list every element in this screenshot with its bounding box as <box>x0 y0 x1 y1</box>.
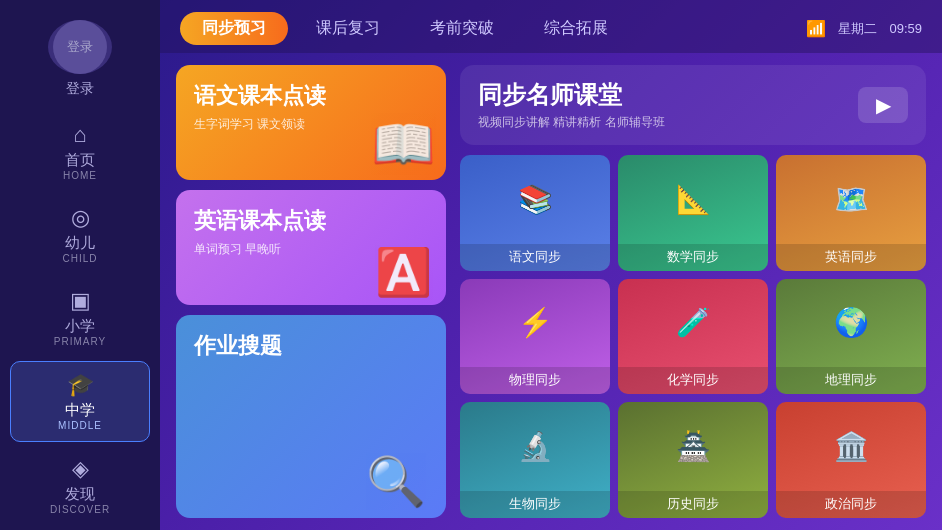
sidebar-item-middle[interactable]: 🎓 中学 MIDDLE <box>10 361 150 442</box>
sidebar-item-discover[interactable]: ◈ 发现 DISCOVER <box>10 446 150 525</box>
subject-item-5[interactable]: 🌍 地理同步 <box>776 279 926 395</box>
subject-thumb-3: ⚡ <box>460 279 610 368</box>
english-icon: 🅰️ <box>375 245 432 299</box>
tab-3[interactable]: 综合拓展 <box>522 12 630 45</box>
weekday: 星期二 <box>838 20 877 38</box>
sidebar-sub-3: MIDDLE <box>58 420 102 431</box>
child-icon: ◎ <box>71 205 90 231</box>
video-icon[interactable]: ▶ <box>858 87 908 123</box>
subject-thumb-6: 🔬 <box>460 402 610 491</box>
sidebar-sub-0: HOME <box>63 170 97 181</box>
subject-label-5: 地理同步 <box>776 367 926 394</box>
subject-label-8: 政治同步 <box>776 491 926 518</box>
subject-item-8[interactable]: 🏛️ 政治同步 <box>776 402 926 518</box>
panel-subtitle: 视频同步讲解 精讲精析 名师辅导班 <box>478 114 665 131</box>
panel-title: 同步名师课堂 <box>478 79 665 111</box>
main-content: 同步预习课后复习考前突破综合拓展 📶 星期二 09:59 语文课本点读 生字词学… <box>160 0 942 530</box>
subject-thumb-2: 🗺️ <box>776 155 926 244</box>
sidebar-item-child[interactable]: ◎ 幼儿 CHILD <box>10 195 150 274</box>
topbar-right: 📶 星期二 09:59 <box>806 19 922 38</box>
subject-item-1[interactable]: 📐 数学同步 <box>618 155 768 271</box>
english-title: 英语课本点读 <box>194 206 428 236</box>
subject-label-4: 化学同步 <box>618 367 768 394</box>
sidebar-item-primary[interactable]: ▣ 小学 PRIMARY <box>10 278 150 357</box>
subject-thumb-8: 🏛️ <box>776 402 926 491</box>
sidebar-label-0: 首页 <box>65 151 95 170</box>
subject-thumb-0: 📚 <box>460 155 610 244</box>
subject-item-0[interactable]: 📚 语文同步 <box>460 155 610 271</box>
avatar-label: 登录 <box>67 38 93 56</box>
topbar-tabs: 同步预习课后复习考前突破综合拓展 <box>180 12 630 45</box>
sidebar-sub-4: DISCOVER <box>50 504 110 515</box>
sidebar-item-home[interactable]: ⌂ 首页 HOME <box>10 112 150 191</box>
right-panel: 同步名师课堂 视频同步讲解 精讲精析 名师辅导班 ▶ 📚 语文同步 📐 数学同步… <box>460 65 926 518</box>
subject-item-2[interactable]: 🗺️ 英语同步 <box>776 155 926 271</box>
subject-item-6[interactable]: 🔬 生物同步 <box>460 402 610 518</box>
card-homework[interactable]: 作业搜题 🔍 <box>176 315 446 518</box>
tab-2[interactable]: 考前突破 <box>408 12 516 45</box>
clock: 09:59 <box>889 21 922 36</box>
homework-icon: 🔍 <box>366 454 426 510</box>
content-area: 语文课本点读 生字词学习 课文领读 📖 英语课本点读 单词预习 早晚听 🅰️ 作… <box>160 53 942 530</box>
sidebar-label-1: 幼儿 <box>65 234 95 253</box>
tab-0[interactable]: 同步预习 <box>180 12 288 45</box>
subject-thumb-5: 🌍 <box>776 279 926 368</box>
avatar[interactable]: 登录 <box>48 20 112 74</box>
subject-thumb-4: 🧪 <box>618 279 768 368</box>
subject-label-3: 物理同步 <box>460 367 610 394</box>
sidebar-sub-2: PRIMARY <box>54 336 106 347</box>
sidebar-label-2: 小学 <box>65 317 95 336</box>
home-icon: ⌂ <box>73 122 86 148</box>
yuwen-title: 语文课本点读 <box>194 81 428 111</box>
subject-grid: 📚 语文同步 📐 数学同步 🗺️ 英语同步 ⚡ 物理同步 🧪 化学同步 🌍 地理… <box>460 155 926 518</box>
subject-label-1: 数学同步 <box>618 244 768 271</box>
sidebar-nav: ⌂ 首页 HOME ◎ 幼儿 CHILD ▣ 小学 PRIMARY 🎓 中学 M… <box>0 112 160 530</box>
topbar: 同步预习课后复习考前突破综合拓展 📶 星期二 09:59 <box>160 0 942 53</box>
discover-icon: ◈ <box>72 456 89 482</box>
left-cards: 语文课本点读 生字词学习 课文领读 📖 英语课本点读 单词预习 早晚听 🅰️ 作… <box>176 65 446 518</box>
middle-icon: 🎓 <box>67 372 94 398</box>
tab-1[interactable]: 课后复习 <box>294 12 402 45</box>
primary-icon: ▣ <box>70 288 91 314</box>
subject-label-0: 语文同步 <box>460 244 610 271</box>
yuwen-icon: 📖 <box>371 114 436 175</box>
subject-item-7[interactable]: 🏯 历史同步 <box>618 402 768 518</box>
sidebar: 登录 登录 ⌂ 首页 HOME ◎ 幼儿 CHILD ▣ 小学 PRIMARY … <box>0 0 160 530</box>
sidebar-sub-1: CHILD <box>62 253 97 264</box>
right-header: 同步名师课堂 视频同步讲解 精讲精析 名师辅导班 ▶ <box>460 65 926 145</box>
sidebar-label-3: 中学 <box>65 401 95 420</box>
subject-item-4[interactable]: 🧪 化学同步 <box>618 279 768 395</box>
wifi-icon: 📶 <box>806 19 826 38</box>
homework-title: 作业搜题 <box>194 331 428 361</box>
right-header-text: 同步名师课堂 视频同步讲解 精讲精析 名师辅导班 <box>478 79 665 131</box>
subject-thumb-1: 📐 <box>618 155 768 244</box>
subject-item-3[interactable]: ⚡ 物理同步 <box>460 279 610 395</box>
card-english[interactable]: 英语课本点读 单词预习 早晚听 🅰️ <box>176 190 446 305</box>
subject-thumb-7: 🏯 <box>618 402 768 491</box>
subject-label-6: 生物同步 <box>460 491 610 518</box>
subject-label-7: 历史同步 <box>618 491 768 518</box>
login-label: 登录 <box>66 80 94 98</box>
card-yuwen[interactable]: 语文课本点读 生字词学习 课文领读 📖 <box>176 65 446 180</box>
subject-label-2: 英语同步 <box>776 244 926 271</box>
sidebar-label-4: 发现 <box>65 485 95 504</box>
